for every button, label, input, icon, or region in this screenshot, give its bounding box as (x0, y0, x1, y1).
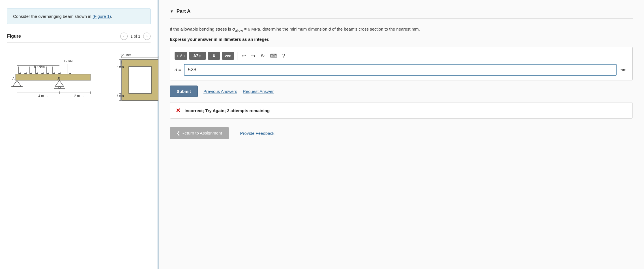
right-panel: ▼ Part A If the allowable bending stress… (158, 0, 644, 269)
toolbar-separator (237, 52, 237, 60)
submit-row: Submit Previous Answers Request Answer (170, 86, 633, 97)
svg-rect-12 (16, 74, 91, 80)
svg-text:A: A (12, 76, 15, 81)
left-panel: Consider the overhanging beam shown in (… (0, 0, 158, 269)
figure-link[interactable]: (Figure 1) (93, 14, 111, 19)
svg-text:← 4 m →: ← 4 m → (34, 94, 48, 98)
figure-title: Figure (7, 34, 21, 39)
svg-text:B: B (57, 76, 60, 81)
svg-text:75 mm: 75 mm (117, 94, 124, 97)
svg-text:12 kN: 12 kN (64, 59, 72, 63)
error-text: Incorrect; Try Again; 2 attempts remaini… (184, 108, 270, 113)
keyboard-button[interactable]: ⌨ (268, 52, 279, 60)
figure-counter: 1 of 1 (130, 34, 140, 39)
figure-nav: ‹ 1 of 1 › (120, 33, 151, 40)
error-box: ✕ Incorrect; Try Again; 2 attempts remai… (170, 102, 633, 119)
answer-label: d = (175, 67, 181, 72)
express-label: Express your answer in millimeters as an… (170, 37, 633, 42)
prev-figure-button[interactable]: ‹ (120, 33, 128, 40)
answer-unit: mm (619, 67, 628, 72)
sqrt-button[interactable]: □√□ (175, 52, 187, 60)
beam-diagram: 8 kN/m 12 kN (7, 51, 103, 114)
submit-button[interactable]: Submit (170, 86, 198, 97)
figure-content: 8 kN/m 12 kN (7, 48, 151, 117)
previous-answers-button[interactable]: Previous Answers (203, 89, 237, 94)
svg-text:← 2 m →: ← 2 m → (70, 94, 84, 98)
figure-header: Figure ‹ 1 of 1 › (7, 33, 151, 42)
feedback-button[interactable]: Provide Feedback (240, 131, 274, 136)
collapse-arrow-icon[interactable]: ▼ (170, 9, 174, 14)
svg-text:75 mm: 75 mm (117, 65, 124, 69)
svg-marker-13 (13, 80, 21, 86)
symbol-button[interactable]: ΑΣφ (189, 52, 206, 60)
figure-section: Figure ‹ 1 of 1 › 8 kN/m (7, 33, 151, 117)
refresh-button[interactable]: ↻ (259, 52, 267, 60)
part-header: ▼ Part A (170, 8, 633, 19)
svg-point-17 (58, 86, 61, 89)
vec-button[interactable]: vec (222, 52, 234, 60)
svg-text:125 mm: 125 mm (120, 53, 132, 57)
undo-button[interactable]: ↩ (240, 52, 248, 60)
bottom-row: ❮ Return to Assignment Provide Feedback (170, 127, 633, 139)
return-button[interactable]: ❮ Return to Assignment (170, 127, 229, 139)
help-button[interactable]: ? (281, 52, 287, 60)
redo-button[interactable]: ↪ (250, 52, 257, 60)
svg-marker-16 (55, 80, 64, 86)
answer-row: d = mm (175, 64, 628, 76)
next-figure-button[interactable]: › (143, 33, 151, 40)
question-text: If the allowable bending stress is σallo… (170, 26, 633, 33)
math-toolbar: □√□ ΑΣφ ⇕ vec ↩ ↪ ↻ ⌨ ? (175, 52, 628, 60)
problem-text: Consider the overhanging beam shown in (13, 14, 93, 19)
arrows-button[interactable]: ⇕ (208, 52, 220, 60)
error-icon: ✕ (176, 107, 181, 114)
beam-svg: 8 kN/m 12 kN (7, 51, 103, 113)
request-answer-button[interactable]: Request Answer (243, 89, 274, 94)
problem-box: Consider the overhanging beam shown in (… (7, 8, 151, 24)
svg-rect-34 (129, 67, 151, 93)
part-title: Part A (177, 8, 190, 14)
answer-container: □√□ ΑΣφ ⇕ vec ↩ ↪ ↻ ⌨ ? d = mm (170, 47, 633, 80)
answer-input[interactable] (184, 64, 617, 76)
